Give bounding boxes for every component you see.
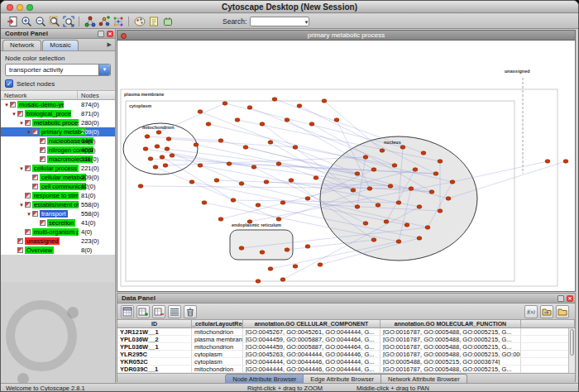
tree-row-cell-communicat[interactable]: cell communicat12(0) xyxy=(1,182,115,191)
zoom-out-icon[interactable] xyxy=(33,15,47,27)
expander-icon[interactable]: ▼ xyxy=(26,130,32,135)
network-node[interactable] xyxy=(289,179,294,182)
network-node[interactable] xyxy=(404,223,409,227)
network-node[interactable] xyxy=(371,168,376,171)
network-node[interactable] xyxy=(239,246,244,250)
table-row[interactable]: YPL036W__2plasma membrane[GO:0044459, GO… xyxy=(117,336,575,343)
network-node[interactable] xyxy=(218,218,223,221)
column-header-id[interactable]: ID xyxy=(117,320,192,327)
network-node[interactable] xyxy=(218,139,223,142)
expander-icon[interactable]: ▼ xyxy=(18,203,25,208)
expander-icon[interactable]: ▼ xyxy=(26,212,32,217)
tree-row-response-to-stimul[interactable]: response to stimul81(0) xyxy=(1,191,115,200)
network-node[interactable] xyxy=(384,220,389,223)
network-node[interactable] xyxy=(268,141,273,144)
network-graph[interactable]: plasma membranecytoplasmmitochondrionnuc… xyxy=(117,41,575,291)
network-node[interactable] xyxy=(231,198,236,202)
close-window-button[interactable] xyxy=(7,4,13,11)
network-node[interactable] xyxy=(268,267,273,270)
network-node[interactable] xyxy=(438,209,443,213)
network-node[interactable] xyxy=(280,278,285,281)
table-row[interactable]: YKR052Ccytoplasm[GO:0044444, GO:0044446,… xyxy=(117,358,575,366)
import-network-icon[interactable] xyxy=(5,15,19,27)
network-node[interactable] xyxy=(165,147,170,151)
network-node[interactable] xyxy=(438,160,443,163)
network-node[interactable] xyxy=(293,265,298,268)
tree-row-cellular-process[interactable]: ▼cellular process221(0) xyxy=(1,164,115,173)
network-node[interactable] xyxy=(446,197,451,200)
network-node[interactable] xyxy=(280,201,285,204)
import-table-icon[interactable] xyxy=(540,305,553,318)
float-panel-icon[interactable] xyxy=(98,31,104,37)
network-node[interactable] xyxy=(363,222,368,225)
select-all-rows-icon[interactable] xyxy=(168,305,181,318)
network-node[interactable] xyxy=(166,137,171,141)
table-row[interactable]: YLR295Ccytoplasm[GO:0045263, GO:0044444,… xyxy=(117,351,575,358)
network-node[interactable] xyxy=(417,237,422,240)
open-attributes-icon[interactable] xyxy=(556,305,569,318)
expander-icon[interactable]: ▼ xyxy=(11,112,17,117)
network-node[interactable] xyxy=(409,187,414,190)
network-node[interactable] xyxy=(198,164,203,167)
create-column-icon[interactable] xyxy=(136,305,150,318)
network-node[interactable] xyxy=(247,106,252,109)
network-node[interactable] xyxy=(396,201,401,204)
tree-row-mosaic-demo-yeast[interactable]: ▼mosaic-demo-yeast874(0) xyxy=(1,100,115,109)
select-columns-icon[interactable] xyxy=(121,305,134,318)
float-panel-icon[interactable] xyxy=(557,295,564,302)
new-network-from-selection-icon[interactable] xyxy=(97,15,111,27)
network-node[interactable] xyxy=(351,189,356,192)
search-input[interactable] xyxy=(252,17,300,26)
network-node[interactable] xyxy=(380,149,385,152)
network-node[interactable] xyxy=(563,160,568,163)
network-node[interactable] xyxy=(318,263,323,266)
apply-layout-icon[interactable] xyxy=(111,15,125,27)
network-node[interactable] xyxy=(421,151,426,155)
zoom-fit-icon[interactable] xyxy=(61,15,75,27)
delete-rows-icon[interactable] xyxy=(184,305,197,318)
table-scrollbar[interactable] xyxy=(568,328,575,373)
zoom-selected-region-icon[interactable] xyxy=(47,15,61,27)
network-node[interactable] xyxy=(392,164,397,167)
tree-row-nucleobase-con[interactable]: nucleobase con64(0) xyxy=(1,136,115,146)
network-node[interactable] xyxy=(322,99,327,103)
table-scrollbar-thumb[interactable] xyxy=(570,329,574,356)
network-node[interactable] xyxy=(309,122,314,126)
network-node[interactable] xyxy=(206,122,211,126)
dropdown-arrow-icon[interactable]: ▼ xyxy=(98,65,110,75)
table-row[interactable]: YDR039C__1mitochondrion[GO:0044444, GO:0… xyxy=(117,366,575,373)
network-node[interactable] xyxy=(285,118,290,122)
network-node[interactable] xyxy=(202,201,207,204)
zoom-in-icon[interactable] xyxy=(19,15,33,27)
tree-row-macromolecule[interactable]: macromolecule311(0) xyxy=(1,155,115,164)
tree-row-nitrogen-compou[interactable]: nitrogen compou40(0) xyxy=(1,146,115,155)
network-node[interactable] xyxy=(223,102,227,105)
window-titlebar[interactable]: Cytoscape Desktop (New Session) xyxy=(1,1,578,13)
network-node[interactable] xyxy=(313,176,318,179)
network-node[interactable] xyxy=(545,160,550,163)
network-node[interactable] xyxy=(145,135,150,138)
network-node[interactable] xyxy=(243,146,248,149)
network-node[interactable] xyxy=(155,145,160,148)
network-node[interactable] xyxy=(148,157,153,160)
network-node[interactable] xyxy=(251,165,256,169)
tree-row-unassigned[interactable]: unassigned223(0) xyxy=(1,237,115,246)
minimize-window-button[interactable] xyxy=(17,4,23,11)
tree-column-nodes[interactable]: Nodes xyxy=(78,91,99,99)
search-dropdown-arrow-icon[interactable]: ▾ xyxy=(305,17,309,26)
tree-row-cellular-metabol[interactable]: cellular metabol209(0) xyxy=(1,173,115,182)
network-node[interactable] xyxy=(396,240,401,243)
network-node[interactable] xyxy=(363,155,368,159)
tree-row-primary-metabol[interactable]: ▼primary metabol209(0) xyxy=(1,127,115,136)
table-row[interactable]: YJR121W__1mitochondrion[GO:0045267, GO:0… xyxy=(117,328,575,336)
network-node[interactable] xyxy=(170,154,175,157)
network-node[interactable] xyxy=(198,110,203,113)
tree-row-metabolic-process[interactable]: ▼metabolic process280(0) xyxy=(1,118,115,127)
network-frame-titlebar[interactable]: primary metabolic process xyxy=(117,31,575,41)
network-node[interactable] xyxy=(227,162,232,165)
network-node[interactable] xyxy=(260,122,265,126)
network-node[interactable] xyxy=(355,172,360,175)
network-node[interactable] xyxy=(400,146,405,149)
network-node[interactable] xyxy=(297,104,302,108)
network-node[interactable] xyxy=(156,131,161,134)
